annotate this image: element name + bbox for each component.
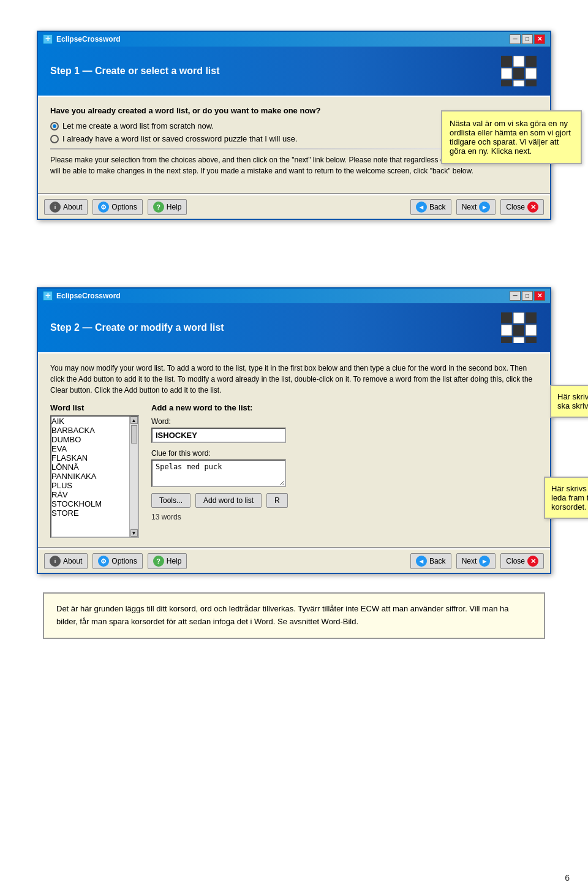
- list-item[interactable]: EVA: [51, 444, 129, 453]
- close-icon: ✕: [527, 202, 538, 213]
- add-word-title: Add a new word to the list:: [151, 403, 538, 412]
- word-list-panel: Word list AIK BARBACKA DUMBO EVA FLASKAN…: [50, 403, 139, 538]
- back-button[interactable]: ◄ Back: [410, 199, 451, 215]
- about-button-2[interactable]: i About: [44, 553, 88, 569]
- help-button[interactable]: ? Help: [148, 199, 187, 215]
- titlebar-buttons-2[interactable]: ─ □ ✕: [510, 291, 545, 301]
- help-label-2: Help: [167, 557, 182, 565]
- window2-footer: i About ⚙ Options ? Help ◄ Back: [38, 548, 550, 573]
- clue-label: Clue for this word:: [151, 449, 538, 458]
- words-count: 13 words: [151, 513, 538, 521]
- svg-rect-6: [501, 80, 512, 86]
- back-button-2[interactable]: ◄ Back: [410, 553, 451, 569]
- scroll-thumb[interactable]: [131, 425, 137, 444]
- next-button[interactable]: Next ►: [456, 199, 496, 215]
- callout-1: Nästa val är om vi ska göra en ny ordlis…: [441, 110, 582, 164]
- window1-banner-title: Step 1 — Create or select a word list: [50, 66, 220, 77]
- close-button-2[interactable]: ✕: [534, 291, 545, 301]
- list-item[interactable]: BARBACKA: [51, 426, 129, 435]
- list-item[interactable]: AIK: [51, 417, 129, 426]
- next-label-2: Next: [462, 557, 477, 565]
- close-label: Close: [506, 203, 525, 211]
- app-icon: ✛: [43, 34, 53, 44]
- next-label: Next: [462, 203, 477, 211]
- about-icon-2: i: [50, 556, 61, 567]
- svg-rect-0: [501, 56, 512, 67]
- svg-rect-3: [501, 68, 512, 79]
- word-list-section: Word list AIK BARBACKA DUMBO EVA FLASKAN…: [50, 403, 538, 538]
- list-item[interactable]: STOCKHOLM: [51, 499, 129, 508]
- maximize-button[interactable]: □: [522, 34, 533, 44]
- next-icon-2: ►: [479, 556, 490, 567]
- radio-1-label: Let me create a word list from scratch n…: [62, 121, 214, 130]
- svg-rect-5: [526, 68, 537, 79]
- window2-title: EclipseCrossword: [56, 292, 121, 300]
- help-label: Help: [167, 203, 182, 211]
- callout-3: Här skrivs de ledtrådar som ska leda fra…: [544, 477, 588, 519]
- window2-body: You may now modify your word list. To ad…: [38, 352, 550, 548]
- next-button-2[interactable]: Next ►: [456, 553, 496, 569]
- list-item[interactable]: PANNIKAKA: [51, 472, 129, 481]
- titlebar-buttons[interactable]: ─ □ ✕: [510, 34, 545, 44]
- list-item[interactable]: PLUS: [51, 481, 129, 490]
- callout-2-text: Här skriver du de ord som sedan ska skri…: [557, 392, 588, 410]
- svg-rect-15: [501, 337, 512, 343]
- list-item[interactable]: LÖNNÄ: [51, 463, 129, 472]
- about-label: About: [63, 203, 82, 211]
- about-icon: i: [50, 202, 61, 213]
- word-list-title: Word list: [50, 403, 139, 412]
- options-icon: ⚙: [98, 202, 109, 213]
- radio-2[interactable]: [50, 135, 59, 143]
- callout-3-text: Här skrivs de ledtrådar som ska leda fra…: [551, 484, 588, 512]
- list-item[interactable]: RÄV: [51, 490, 129, 499]
- close-button[interactable]: ✕: [534, 34, 545, 44]
- remove-button[interactable]: R: [266, 493, 288, 508]
- close-button-footer[interactable]: Close ✕: [500, 199, 544, 215]
- scroll-down[interactable]: ▼: [130, 529, 138, 537]
- help-button-2[interactable]: ? Help: [148, 553, 187, 569]
- svg-rect-13: [513, 325, 524, 336]
- minimize-button-2[interactable]: ─: [510, 291, 521, 301]
- about-label-2: About: [63, 557, 82, 565]
- svg-rect-14: [526, 325, 537, 336]
- word-label: Word:: [151, 417, 538, 426]
- svg-rect-2: [526, 56, 537, 67]
- list-item[interactable]: DUMBO: [51, 435, 129, 444]
- word-list-container[interactable]: AIK BARBACKA DUMBO EVA FLASKAN LÖNNÄ PAN…: [50, 415, 139, 538]
- callout-2: Här skriver du de ord som sedan ska skri…: [550, 385, 588, 418]
- help-icon: ?: [153, 202, 164, 213]
- window1-title: EclipseCrossword: [56, 35, 121, 43]
- minimize-button[interactable]: ─: [510, 34, 521, 44]
- scroll-up[interactable]: ▲: [130, 417, 138, 424]
- radio-1[interactable]: [50, 122, 59, 130]
- list-item[interactable]: FLASKAN: [51, 453, 129, 463]
- options-icon-2: ⚙: [98, 556, 109, 567]
- svg-rect-10: [513, 312, 524, 323]
- word-list: AIK BARBACKA DUMBO EVA FLASKAN LÖNNÄ PAN…: [51, 417, 129, 518]
- svg-rect-17: [526, 337, 537, 343]
- maximize-button-2[interactable]: □: [522, 291, 533, 301]
- svg-rect-11: [526, 312, 537, 323]
- clue-input[interactable]: Spelas med puck: [151, 459, 286, 487]
- about-button[interactable]: i About: [44, 199, 88, 215]
- options-button-2[interactable]: ⚙ Options: [92, 553, 142, 569]
- options-button[interactable]: ⚙ Options: [92, 199, 142, 215]
- add-word-button[interactable]: Add word to list: [195, 493, 262, 508]
- tools-button[interactable]: Tools...: [151, 493, 190, 508]
- svg-rect-4: [513, 68, 524, 79]
- window2-instruction: You may now modify your word list. To ad…: [50, 363, 538, 396]
- window2-banner: Step 2 — Create or modify a word list: [38, 303, 550, 352]
- info-box: Det är här grunden läggs till ditt korso…: [43, 592, 545, 639]
- word-input[interactable]: [151, 428, 286, 443]
- back-icon-2: ◄: [416, 556, 427, 567]
- scroll-track: [131, 425, 137, 528]
- crossword-logo: [501, 56, 538, 86]
- window2-banner-title: Step 2 — Create or modify a word list: [50, 322, 224, 333]
- back-label-2: Back: [429, 557, 446, 565]
- svg-rect-7: [513, 80, 524, 86]
- scrollbar[interactable]: ▲ ▼: [129, 417, 138, 537]
- window2-titlebar: ✛ EclipseCrossword ─ □ ✕: [38, 289, 550, 303]
- close-button-footer-2[interactable]: Close ✕: [500, 553, 544, 569]
- options-label-2: Options: [111, 557, 137, 565]
- list-item[interactable]: STORE: [51, 508, 129, 518]
